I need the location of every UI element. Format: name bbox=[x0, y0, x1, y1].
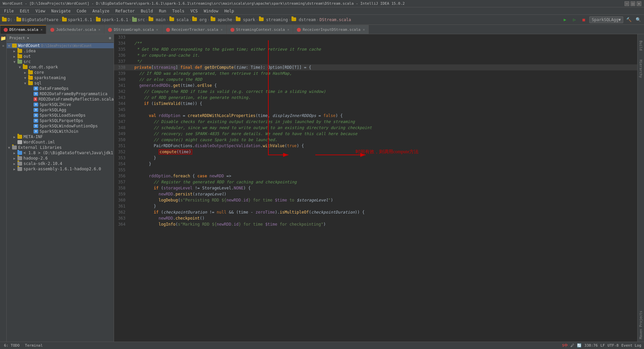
tree-item-sparksql-window[interactable]: O SparkSQLWindowFuntionOps bbox=[7, 123, 114, 129]
tree-item-sparksqlagg[interactable]: O SparkSQLAgg bbox=[7, 107, 114, 113]
tree-label: scala-sdk-2.10.4 bbox=[23, 161, 62, 166]
tree-path: D:\IdeaProjects\WordCount bbox=[41, 44, 92, 48]
tree-item-scala-sdk[interactable]: ▶ scala-sdk-2.10.4 bbox=[7, 161, 114, 166]
structure-icon[interactable]: ≡ bbox=[1, 43, 6, 48]
breadcrumb-apache[interactable]: apache bbox=[211, 17, 232, 22]
menu-item-refactor[interactable]: Refactor bbox=[113, 8, 138, 14]
code-line-341: 341 generatedRDDs.get(time).orElse { bbox=[114, 82, 637, 89]
tree-arrow: ▼ bbox=[24, 81, 28, 85]
breadcrumb-streaming[interactable]: streaming bbox=[259, 17, 288, 22]
class-icon: O bbox=[34, 113, 38, 117]
tab-close-button[interactable]: × bbox=[221, 28, 223, 32]
code-line-362: 362 if (checkpointDuration != null && (t… bbox=[114, 209, 637, 215]
menu-item-file[interactable]: File bbox=[1, 8, 16, 14]
menu-item-window[interactable]: Window bbox=[201, 8, 221, 14]
tab-close-button[interactable]: × bbox=[41, 28, 43, 32]
menu-item-run[interactable]: Run bbox=[156, 8, 169, 14]
breadcrumb-spark[interactable]: spark-1.6.1 bbox=[96, 17, 128, 22]
tree-label: SparkSQLParquetOps bbox=[40, 118, 83, 123]
breadcrumb-scala[interactable]: scala bbox=[169, 17, 189, 22]
tree-item-sparksql-parquet[interactable]: O SparkSQLParquetOps bbox=[7, 118, 114, 123]
hierarchy-panel-label[interactable]: Hierarchy bbox=[638, 57, 644, 80]
maximize-button[interactable]: □ bbox=[631, 1, 635, 6]
build-icon[interactable]: 🔨 bbox=[625, 16, 633, 23]
tab-close-button[interactable]: × bbox=[98, 28, 100, 32]
build-panel-label[interactable]: Build bbox=[638, 36, 644, 56]
tree-item-core[interactable]: ▶ core bbox=[7, 70, 114, 75]
menu-item-help[interactable]: Help bbox=[222, 8, 237, 14]
titlebar-buttons[interactable]: — □ ✕ bbox=[625, 1, 641, 6]
tree-item-sparksteaming[interactable]: ▼ sparksteaming bbox=[7, 75, 114, 80]
folder-icon bbox=[17, 167, 22, 171]
tree-item-com-dt-spark[interactable]: ▼ com.dt.spark bbox=[7, 64, 114, 70]
tab-close-button[interactable]: × bbox=[156, 28, 158, 32]
project-folder-icon bbox=[12, 44, 17, 48]
breadcrumb-spark2[interactable]: spark bbox=[236, 17, 255, 22]
tree-item-sparksql-join[interactable]: O SparkSQLWithJoin bbox=[7, 129, 114, 134]
menu-item-navigate[interactable]: Navigate bbox=[49, 8, 73, 14]
tab-close-button[interactable]: × bbox=[363, 28, 365, 32]
close-button[interactable]: ✕ bbox=[637, 1, 641, 6]
tree-label: SparkSQLLoadSaveOps bbox=[40, 113, 86, 118]
code-editor[interactable]: 333 334 /** 335 * Get the RDD correspond… bbox=[114, 34, 637, 342]
tree-item-sparksql2hive[interactable]: O SparkSQL2Hive bbox=[7, 102, 114, 107]
tree-item-src[interactable]: ▼ src bbox=[7, 59, 114, 64]
menu-item-code[interactable]: Code bbox=[74, 8, 89, 14]
search-icon[interactable]: 🔍 bbox=[635, 16, 642, 23]
tree-item-wordcount[interactable]: ▼ WordCount D:\IdeaProjects\WordCount bbox=[7, 43, 114, 48]
class-icon: O bbox=[34, 124, 38, 128]
menu-item-view[interactable]: View bbox=[33, 8, 48, 14]
tab-receivertracker-scala[interactable]: ReceiverTracker.scala× bbox=[162, 25, 226, 34]
project-header[interactable]: Project ▾ ⚙ bbox=[7, 34, 114, 42]
folder-icon bbox=[23, 65, 28, 69]
tree-item-rdd2df-prog[interactable]: O RDD2DataFrameByProgrammatica bbox=[7, 91, 114, 97]
gear-icon[interactable]: ⚙ bbox=[109, 36, 111, 40]
tree-item-hadoop[interactable]: ▶ hadoop-2.6 bbox=[7, 156, 114, 161]
tab-streamingcontext-scala[interactable]: StreamingContext.scala× bbox=[227, 25, 293, 34]
breadcrumb-bigdata[interactable]: BigDataSoftware bbox=[16, 17, 58, 22]
tree-item-sql[interactable]: ▼ sql bbox=[7, 80, 114, 86]
minimize-button[interactable]: — bbox=[625, 1, 629, 6]
breadcrumb-dstream[interactable]: dstream bbox=[291, 17, 316, 22]
breadcrumb-dstream-file[interactable]: DStream.scala bbox=[320, 17, 351, 22]
code-scroll[interactable]: 333 334 /** 335 * Get the RDD correspond… bbox=[114, 34, 637, 342]
breadcrumb-src[interactable]: src bbox=[132, 17, 145, 22]
menu-item-tools[interactable]: Tools bbox=[170, 8, 187, 14]
breadcrumb-spark161[interactable]: spark1.6.1 bbox=[62, 17, 92, 22]
tab-receiverinputdstream-scala[interactable]: ReceiverInputDStream.scala× bbox=[293, 25, 368, 34]
tab-close-button[interactable]: × bbox=[287, 28, 289, 32]
tab-dstreamgraph-scala[interactable]: DStreamGraph.scala× bbox=[104, 25, 162, 34]
tree-label: DataFrameOps bbox=[40, 86, 69, 91]
menu-item-vcs[interactable]: VCS bbox=[188, 8, 201, 14]
run-config-label[interactable]: SparkSQLAgg▼ bbox=[589, 16, 623, 23]
breadcrumb-main[interactable]: main bbox=[149, 17, 165, 22]
breadcrumb-org[interactable]: org bbox=[192, 17, 207, 22]
project-icon[interactable]: 📁 bbox=[1, 36, 6, 41]
run-btn[interactable]: ▶ bbox=[561, 16, 569, 23]
tree-item-jdk[interactable]: ▶ < 1.8 > (D:\BigDataSoftware\Java\jdk1.… bbox=[7, 150, 114, 156]
tab-jobscheduler-scala[interactable]: JobScheduler.scala× bbox=[47, 25, 104, 34]
breadcrumb-d[interactable]: D: bbox=[2, 17, 12, 22]
event-log-label[interactable]: Event Log bbox=[621, 343, 641, 348]
menu-item-build[interactable]: Build bbox=[138, 8, 156, 14]
tree-item-idea[interactable]: ▶ .idea bbox=[7, 48, 114, 54]
class-icon: O bbox=[34, 108, 38, 112]
tree-item-rdd2df-refl[interactable]: S RDD2DataFrameByReflection.scala bbox=[7, 97, 114, 102]
tree-item-external-libs[interactable]: ▼ External Libraries bbox=[7, 145, 114, 150]
stop-btn[interactable]: ■ bbox=[580, 16, 587, 23]
tree-item-sparksql-loadsave[interactable]: O SparkSQLLoadSaveOps bbox=[7, 113, 114, 118]
code-line-351: 351 PairRDDFunctions.disableOutputSpecVa… bbox=[114, 143, 637, 149]
menu-item-edit[interactable]: Edit bbox=[17, 8, 32, 14]
tree-item-wordcount-iml[interactable]: WordCount.iml bbox=[7, 139, 114, 145]
tab-dstream-scala[interactable]: DStream.scala× bbox=[0, 25, 46, 34]
tree-item-dataframeops[interactable]: O DataFrameOps bbox=[7, 86, 114, 91]
tab-icon bbox=[50, 28, 54, 32]
todo-button[interactable]: 6: TODO bbox=[3, 343, 21, 348]
debug-btn[interactable]: ▷ bbox=[571, 16, 578, 23]
tree-item-out[interactable]: ▶ out bbox=[7, 54, 114, 59]
tree-item-meta-inf[interactable]: ▶ META-INF bbox=[7, 134, 114, 139]
menu-item-analyze[interactable]: Analyze bbox=[90, 8, 112, 14]
maven-panel-label[interactable]: Maven Projects bbox=[638, 309, 643, 340]
terminal-button[interactable]: Terminal bbox=[23, 343, 44, 348]
tree-item-spark-assembly[interactable]: ▶ spark-assembly-1.6.1-hadoop2.6.0 bbox=[7, 166, 114, 172]
